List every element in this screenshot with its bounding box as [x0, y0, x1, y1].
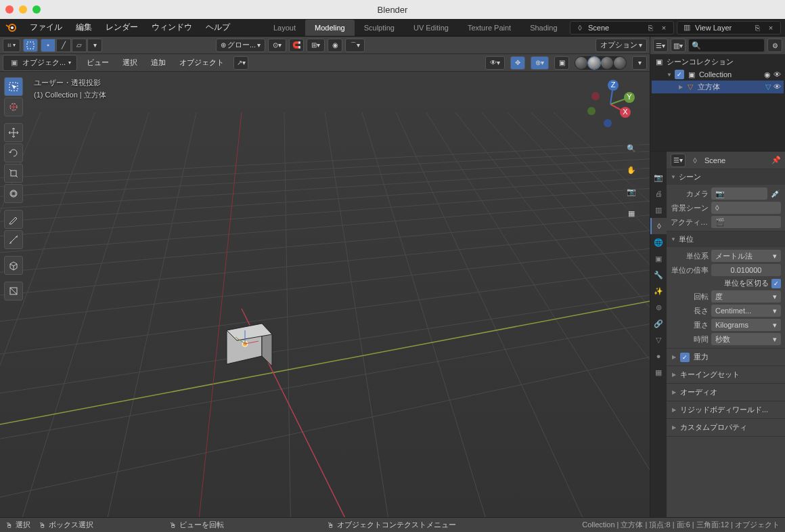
exclude-icon[interactable]: ◉: [764, 70, 771, 79]
menu-add[interactable]: 追加: [147, 56, 170, 70]
rotate-tool[interactable]: [4, 143, 23, 162]
panel-rigidbody[interactable]: ▶リジッドボディワールド...: [667, 401, 785, 419]
panel-custom-props[interactable]: ▶カスタムプロパティ: [667, 419, 785, 437]
panel-gravity[interactable]: ▶✓重力: [667, 349, 785, 366]
solid-shading[interactable]: [588, 57, 600, 69]
outliner-scene-collection[interactable]: ▣ シーンコレクション: [652, 56, 784, 68]
visibility-icon[interactable]: 👁: [773, 70, 781, 79]
unit-system-select[interactable]: メートル法▾: [711, 250, 781, 262]
tab-data[interactable]: ▽: [650, 332, 667, 348]
tab-object[interactable]: ▣: [650, 250, 667, 267]
outliner-filter[interactable]: ▥▾: [671, 39, 686, 52]
face-select-mode[interactable]: ▱: [72, 39, 87, 52]
snap-menu[interactable]: ⌗▾: [3, 39, 20, 52]
snap-options[interactable]: ⊞▾: [307, 39, 325, 52]
menu-edit[interactable]: 編集: [69, 19, 99, 36]
bg-scene-field[interactable]: ◊: [711, 202, 781, 214]
scene-selector[interactable]: ◊ ⎘ ×: [570, 21, 674, 35]
panel-keying[interactable]: ▶キーイングセット: [667, 366, 785, 384]
maximize-window-button[interactable]: [32, 5, 41, 14]
separate-units-checkbox[interactable]: ✓: [771, 279, 781, 288]
select-mode-dropdown[interactable]: ▾: [87, 39, 102, 52]
rotation-select[interactable]: 度▾: [711, 290, 781, 303]
tab-viewlayer[interactable]: ▥: [650, 202, 667, 218]
props-display-mode[interactable]: ☰▾: [671, 154, 686, 167]
menu-help[interactable]: ヘルプ: [199, 19, 237, 36]
select-box-tool[interactable]: [4, 77, 23, 96]
visibility-icon[interactable]: 👁: [773, 83, 781, 91]
options-dropdown[interactable]: オプション ▾: [596, 39, 647, 52]
eyedropper-icon[interactable]: 💉: [770, 188, 781, 199]
outliner-display-mode[interactable]: ☰▾: [653, 39, 668, 52]
transform-tool[interactable]: [4, 184, 23, 203]
wireframe-shading[interactable]: [575, 57, 587, 69]
tab-shading[interactable]: Shading: [520, 20, 566, 36]
delete-scene-icon[interactable]: ×: [658, 22, 669, 33]
mass-select[interactable]: Kilograms▾: [711, 319, 781, 331]
pin-icon[interactable]: 📌: [771, 156, 781, 164]
scene-name-input[interactable]: [588, 24, 642, 32]
visibility-toggle[interactable]: 👁▾: [485, 56, 505, 70]
disclosure-triangle-icon[interactable]: ▼: [667, 72, 672, 78]
minimize-window-button[interactable]: [19, 5, 27, 14]
tab-particles[interactable]: ✨: [650, 283, 667, 299]
outliner-collection[interactable]: ▼ ✓ ▣ Collection ◉👁: [652, 68, 784, 81]
tab-physics[interactable]: ⊚: [650, 299, 667, 315]
gizmo-toggle[interactable]: ✥: [510, 56, 525, 70]
proportional-toggle[interactable]: ◉: [328, 39, 342, 52]
overlay-toggle[interactable]: ⊕▾: [531, 56, 549, 70]
tab-modeling[interactable]: Modeling: [305, 20, 355, 36]
add-cube-tool[interactable]: [4, 256, 23, 275]
transform-orientation[interactable]: ⊕ グロー... ▾: [216, 39, 265, 52]
3d-viewport[interactable]: ユーザー・透視投影 (1) Collection | 立方体 X Y Z 🔍 ✋…: [0, 72, 650, 517]
delete-viewlayer-icon[interactable]: ×: [765, 22, 776, 33]
gravity-checkbox[interactable]: ✓: [680, 353, 690, 362]
select-mode-toggle[interactable]: [23, 39, 38, 52]
collection-checkbox[interactable]: ✓: [675, 70, 684, 79]
active-clip-field[interactable]: 🎬: [711, 216, 781, 228]
viewlayer-name-input[interactable]: [695, 24, 749, 32]
tab-sculpting[interactable]: Sculpting: [355, 20, 404, 36]
annotate-tool[interactable]: [4, 210, 23, 229]
perspective-toggle-button[interactable]: ▦: [623, 204, 640, 222]
outliner-filter-menu[interactable]: ⚙: [767, 39, 782, 52]
menu-render[interactable]: レンダー: [99, 19, 145, 36]
menu-view[interactable]: ビュー: [83, 56, 113, 70]
camera-field[interactable]: 📷: [711, 187, 767, 200]
zoom-button[interactable]: 🔍: [623, 139, 640, 157]
length-select[interactable]: Centimet...▾: [711, 305, 781, 317]
tab-render[interactable]: 📷: [650, 169, 667, 185]
xray-toggle[interactable]: ▣: [554, 56, 569, 70]
panel-audio[interactable]: ▶オーディオ: [667, 384, 785, 401]
panel-scene-header[interactable]: ▼シーン: [667, 169, 785, 185]
viewlayer-selector[interactable]: ▥ ⎘ ×: [677, 21, 781, 35]
outliner-tree[interactable]: ▣ シーンコレクション ▼ ✓ ▣ Collection ◉👁 ▶ ▽ 立方体 …: [650, 54, 785, 151]
outliner-search[interactable]: 🔍: [688, 39, 765, 52]
tab-scene[interactable]: ◊: [650, 218, 667, 234]
disclosure-triangle-icon[interactable]: ▶: [679, 84, 683, 90]
editor-type-dropdown[interactable]: ↗▾: [233, 56, 248, 70]
camera-view-button[interactable]: 📷: [623, 183, 640, 200]
material-shading[interactable]: [601, 57, 613, 69]
tab-layout[interactable]: Layout: [264, 20, 305, 36]
new-scene-icon[interactable]: ⎘: [645, 22, 656, 33]
menu-window[interactable]: ウィンドウ: [145, 19, 199, 36]
vertex-select-mode[interactable]: ▪: [41, 39, 55, 52]
menu-file[interactable]: ファイル: [23, 19, 69, 36]
menu-object[interactable]: オブジェクト: [175, 56, 228, 70]
tab-constraints[interactable]: 🔗: [650, 315, 667, 332]
scale-tool[interactable]: [4, 164, 23, 183]
tab-material[interactable]: ●: [650, 348, 667, 364]
cursor-tool[interactable]: [4, 97, 23, 116]
move-tool[interactable]: [4, 123, 23, 142]
tab-texture-paint[interactable]: Texture Paint: [458, 20, 520, 36]
tab-world[interactable]: 🌐: [650, 234, 667, 250]
unit-scale-field[interactable]: 0.010000: [711, 264, 781, 276]
pan-button[interactable]: ✋: [623, 161, 640, 179]
mode-selector[interactable]: ▣ オブジェク... ▾: [3, 55, 77, 71]
new-viewlayer-icon[interactable]: ⎘: [752, 22, 763, 33]
edge-select-mode[interactable]: ╱: [56, 39, 71, 52]
measure-tool[interactable]: [4, 230, 23, 249]
extra-tool[interactable]: [4, 282, 23, 301]
pivot-point[interactable]: ⊙▾: [268, 39, 286, 52]
